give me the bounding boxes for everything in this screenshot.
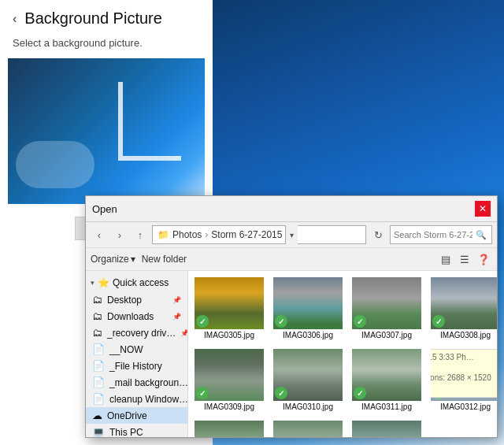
checkmark-icon: ✓ xyxy=(199,317,206,326)
wallpaper-preview xyxy=(8,58,205,204)
refresh-button[interactable]: ↻ xyxy=(369,226,387,243)
now-label: __NOW xyxy=(109,344,143,355)
popup-location: Located xyxy=(431,363,496,372)
this-pc-label: This PC xyxy=(109,427,143,438)
file-item[interactable]: ✓IMAG0315.jpg xyxy=(349,417,424,437)
checkmark-icon: ✓ xyxy=(199,389,206,398)
recovery-label: _recovery driv… xyxy=(107,328,176,339)
file-item[interactable]: ✓IMAG0313.jpg xyxy=(191,417,267,437)
file-item[interactable]: ✓IMAG0311.jpg xyxy=(349,346,424,414)
file-item[interactable]: ✓IMAG0314.jpg xyxy=(270,417,346,437)
file-thumbnail: ✓ xyxy=(352,421,421,437)
file-name: IMAG0307.jpg xyxy=(361,331,412,339)
file-thumbnail: ✓ xyxy=(195,277,264,329)
folder-icon: 📁 xyxy=(158,229,169,240)
file-name: IMAG0306.jpg xyxy=(283,331,333,339)
file-thumbnail: ✓ xyxy=(431,277,497,329)
downloads-pin-icon: 📌 xyxy=(172,313,181,321)
windows-logo-decoration xyxy=(118,82,181,161)
downloads-label: Downloads xyxy=(107,311,154,322)
dialog-close-button[interactable]: ✕ xyxy=(475,201,491,217)
new-folder-button[interactable]: New folder xyxy=(142,254,187,265)
forward-button[interactable]: › xyxy=(111,226,128,243)
desktop-label: Desktop xyxy=(107,295,142,306)
file-thumbnail: ✓ xyxy=(195,421,264,437)
file-thumbnail: ✓6/27/2015 3:33 Ph…LocatedDimensions: 26… xyxy=(431,349,497,401)
recovery-pin-icon: 📌 xyxy=(180,329,187,337)
file-item[interactable]: ✓IMAG0310.jpg xyxy=(270,346,346,414)
file-name: IMAG0309.jpg xyxy=(204,402,254,411)
sidebar-item-now[interactable]: 📄 __NOW xyxy=(86,341,187,358)
now-icon: 📄 xyxy=(92,343,105,355)
file-thumbnail: ✓ xyxy=(273,277,343,329)
quick-access-chevron: ▾ xyxy=(91,279,94,287)
sidebar-item-file-history[interactable]: 📄 _File History xyxy=(86,358,187,374)
organize-label: Organize xyxy=(91,254,129,265)
command-bar: Organize ▾ New folder ▤ ☰ ❓ xyxy=(86,248,497,271)
search-icon[interactable]: 🔍 xyxy=(476,230,487,240)
quick-access-label: Quick access xyxy=(113,277,169,288)
this-pc-icon: 💻 xyxy=(92,426,105,437)
checkmark-overlay: ✓ xyxy=(432,387,445,399)
organize-button[interactable]: Organize ▾ xyxy=(91,254,135,265)
desktop-icon: 🗂 xyxy=(92,294,102,306)
settings-back-button[interactable]: ‹ xyxy=(13,12,17,26)
sidebar-item-downloads[interactable]: 🗂 Downloads 📌 xyxy=(86,308,187,324)
sidebar-item-onedrive[interactable]: ☁ OneDrive xyxy=(86,407,187,424)
file-thumbnail: ✓ xyxy=(195,349,264,401)
recovery-icon: 🗂 xyxy=(92,327,102,339)
sidebar-item-mail-background[interactable]: 📄 _mail backgroun… xyxy=(86,374,187,391)
cleanup-label: cleanup Window… xyxy=(109,394,187,405)
sidebar-item-quick-access[interactable]: ▾ ⭐ Quick access xyxy=(86,274,187,291)
file-item[interactable]: ✓6/27/2015 3:33 Ph…LocatedDimensions: 26… xyxy=(428,346,497,414)
file-thumbnail: ✓ xyxy=(273,349,343,401)
file-item[interactable]: ✓IMAG0308.jpg xyxy=(428,274,497,343)
sidebar-item-this-pc[interactable]: 💻 This PC xyxy=(86,424,187,437)
checkmark-icon: ✓ xyxy=(435,317,442,326)
address-dropdown-button[interactable]: ▾ xyxy=(285,225,298,244)
search-input[interactable] xyxy=(394,230,472,239)
dialog-title-bar: Open ✕ xyxy=(86,196,497,222)
mail-bg-icon: 📄 xyxy=(92,376,105,388)
file-item[interactable]: ✓IMAG0305.jpg xyxy=(191,274,267,343)
file-name: IMAG0311.jpg xyxy=(361,402,412,411)
back-button[interactable]: ‹ xyxy=(91,226,108,243)
address-bar[interactable]: 📁 Photos › Storm 6-27-2015 ▾ xyxy=(152,225,366,244)
view-details-button[interactable]: ▤ xyxy=(437,250,454,268)
file-name: IMAG0312.jpg xyxy=(440,402,491,411)
dialog-toolbar: ‹ › ↑ 📁 Photos › Storm 6-27-2015 ▾ ↻ 🔍 xyxy=(86,222,497,248)
settings-header: ‹ Background Picture xyxy=(0,0,213,37)
checkmark-icon: ✓ xyxy=(435,389,442,398)
file-history-label: _File History xyxy=(109,361,162,372)
address-part2: Storm 6-27-2015 xyxy=(211,229,282,240)
sidebar-item-desktop[interactable]: 🗂 Desktop 📌 xyxy=(86,291,187,308)
address-part1: Photos xyxy=(172,229,202,240)
cleanup-icon: 📄 xyxy=(92,393,105,405)
file-item[interactable]: ✓IMAG0309.jpg xyxy=(191,346,267,414)
checkmark-icon: ✓ xyxy=(278,389,284,398)
popup-date: 6/27/2015 3:33 Ph… xyxy=(431,353,496,362)
up-button[interactable]: ↑ xyxy=(132,226,149,243)
checkmark-overlay: ✓ xyxy=(275,315,287,328)
view-pane-button[interactable]: ☰ xyxy=(456,250,473,268)
desktop-pin-icon: 📌 xyxy=(172,296,181,304)
popup-dimensions: Dimensions: 2688 × 1520 xyxy=(431,373,496,382)
help-button[interactable]: ❓ xyxy=(475,250,492,268)
file-item[interactable]: ✓IMAG0307.jpg xyxy=(349,274,424,343)
sidebar-item-cleanup[interactable]: 📄 cleanup Window… xyxy=(86,391,187,407)
search-bar[interactable]: 🔍 xyxy=(390,225,492,244)
settings-subtitle: Select a background picture. xyxy=(0,37,213,58)
view-options: ▤ ☰ ❓ xyxy=(437,250,492,268)
onedrive-icon: ☁ xyxy=(92,410,102,421)
checkmark-overlay: ✓ xyxy=(354,315,366,328)
checkmark-overlay: ✓ xyxy=(275,387,287,399)
checkmark-icon: ✓ xyxy=(357,389,363,398)
address-separator: › xyxy=(205,229,208,240)
checkmark-overlay: ✓ xyxy=(196,387,209,399)
checkmark-overlay: ✓ xyxy=(354,387,366,399)
file-item[interactable]: ✓IMAG0306.jpg xyxy=(270,274,346,343)
cloud-decoration xyxy=(16,141,94,188)
quick-access-icon: ⭐ xyxy=(98,277,109,288)
sidebar-item-recovery[interactable]: 🗂 _recovery driv… 📌 xyxy=(86,324,187,341)
file-history-icon: 📄 xyxy=(92,360,105,372)
